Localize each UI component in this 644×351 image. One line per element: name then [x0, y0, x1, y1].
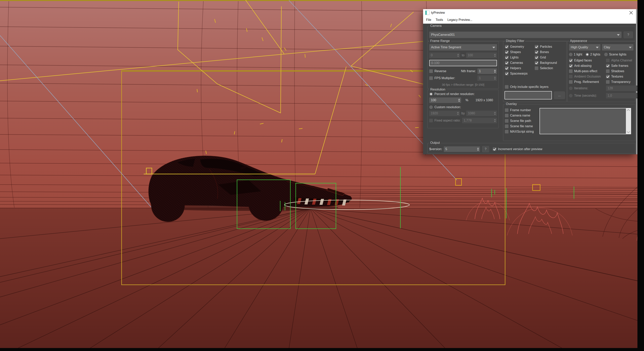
iterations-radio[interactable]: [569, 86, 572, 90]
menu-legacy-preview[interactable]: Legacy Preview...: [445, 18, 474, 22]
frame-number-checkbox[interactable]: [505, 108, 508, 112]
shadows-checkbox[interactable]: [606, 69, 610, 73]
custom-width-value: 1920: [431, 112, 438, 115]
specific-layers-checkbox[interactable]: [505, 85, 508, 89]
nth-frame-spinner[interactable]: 1: [478, 68, 497, 74]
app-icon: [425, 10, 430, 15]
time-seconds-radio[interactable]: [569, 94, 572, 97]
frame-range-input[interactable]: 0-100: [429, 60, 497, 66]
increment-version-checkbox[interactable]: [493, 147, 496, 151]
selection-checkbox[interactable]: [535, 66, 538, 70]
percent-resolution-label: Percent of render resolution:: [434, 92, 475, 96]
quality-value: High Quality: [571, 45, 588, 49]
fixed-aspect-checkbox[interactable]: [429, 119, 433, 122]
percent-resolution-radio[interactable]: [429, 92, 433, 96]
particles-checkbox[interactable]: [535, 45, 538, 48]
one-light-radio[interactable]: [569, 53, 572, 56]
geometry-checkbox[interactable]: [505, 45, 508, 48]
alpha-channel-checkbox[interactable]: [606, 59, 610, 62]
reverse-checkbox[interactable]: [429, 69, 433, 73]
frame-range-preset-select[interactable]: Active Time Segment: [429, 44, 497, 50]
overlay-textarea[interactable]: [540, 108, 631, 134]
camera-select[interactable]: PhysCamera001: [429, 32, 622, 38]
scroll-down-icon[interactable]: [627, 130, 630, 133]
layers-input[interactable]: [504, 91, 552, 99]
dialog-titlebar[interactable]: tyPreview: [423, 9, 636, 16]
version-spinner[interactable]: 5: [444, 146, 480, 152]
ground-plane: [0, 208, 644, 351]
overlay-group-label: Overlay: [505, 102, 518, 106]
appearance-group-label: Appearance: [569, 39, 588, 43]
fixed-aspect-spinner[interactable]: 1,778: [462, 118, 497, 123]
helpers-checkbox[interactable]: [505, 66, 508, 70]
camera-help-label: ?: [628, 33, 629, 36]
iterations-label: Iterations:: [574, 86, 588, 90]
output-group-label: Output: [429, 141, 441, 145]
edged-faces-checkbox[interactable]: [569, 59, 572, 62]
prog-refinement-checkbox[interactable]: [569, 80, 572, 84]
display-filter-group-label: Display Filter: [505, 39, 525, 43]
nth-frame-label: Nth frame:: [461, 69, 476, 73]
menu-tools[interactable]: Tools: [434, 18, 445, 22]
overlay-scrollbar[interactable]: [626, 108, 631, 134]
render-size-readout: 1920 x 1080: [476, 98, 493, 102]
version-help-label: ?: [484, 147, 486, 151]
frame-to-word: to: [462, 53, 464, 57]
safe-frames-checkbox[interactable]: [606, 64, 610, 68]
iterations-spinner[interactable]: 128: [606, 85, 640, 91]
ambient-occlusion-checkbox[interactable]: [569, 75, 572, 78]
textures-checkbox[interactable]: [606, 75, 610, 78]
frame-end-spinner[interactable]: 100: [466, 52, 497, 58]
specific-layers-label: Only include specific layers: [510, 85, 548, 89]
fps-multiplier-spinner[interactable]: 1: [478, 75, 497, 81]
multi-pass-label: Multi-pass effect: [574, 69, 597, 73]
output-group: Output $version: 5 ? Increment version a…: [428, 143, 635, 154]
style-value: Clay: [604, 45, 610, 49]
transparency-checkbox[interactable]: [606, 80, 610, 84]
menu-file[interactable]: File: [424, 18, 434, 22]
geometry-label: Geometry: [510, 45, 524, 48]
multi-pass-checkbox[interactable]: [569, 69, 572, 73]
typreview-dialog: tyPreview File Tools Legacy Preview... C…: [423, 9, 636, 154]
style-select[interactable]: Clay: [602, 44, 634, 50]
camera-name-label: Camera name: [510, 114, 530, 117]
display-filter-group: Display Filter Geometry Particles Shapes…: [503, 41, 567, 102]
fps-multiplier-checkbox[interactable]: [429, 76, 433, 80]
lights-checkbox[interactable]: [505, 56, 508, 59]
percent-spinner[interactable]: 100: [429, 97, 461, 103]
shapes-label: Shapes: [510, 50, 521, 54]
custom-height-spinner[interactable]: 1080: [466, 111, 497, 116]
cameras-checkbox[interactable]: [505, 61, 508, 65]
camera-name-checkbox[interactable]: [505, 114, 508, 117]
time-seconds-label: Time (seconds):: [574, 94, 597, 97]
background-checkbox[interactable]: [535, 61, 538, 65]
frame-range-preset-value: Active Time Segment: [431, 45, 461, 49]
scene-file-path-checkbox[interactable]: [505, 119, 508, 123]
close-icon[interactable]: [628, 10, 634, 16]
fps-multiplier-label: FPS Multiplier:: [434, 76, 455, 80]
maxscript-string-checkbox[interactable]: [505, 130, 508, 133]
custom-width-spinner[interactable]: 1920: [429, 111, 460, 116]
layers-browse-button[interactable]: ...: [554, 91, 566, 99]
shapes-checkbox[interactable]: [505, 50, 508, 54]
scene-lights-radio[interactable]: [604, 53, 608, 56]
camera-group-label: Camera: [429, 24, 442, 28]
time-seconds-spinner[interactable]: 1,0: [606, 93, 640, 98]
bones-checkbox[interactable]: [535, 50, 538, 54]
scroll-up-icon[interactable]: [627, 109, 630, 112]
helpers-label: Helpers: [510, 66, 521, 70]
quality-select[interactable]: High Quality: [569, 44, 600, 50]
frame-number-label: Frame number: [510, 108, 531, 112]
scene-file-name-label: Scene file name: [510, 124, 533, 128]
spacewarps-checkbox[interactable]: [505, 72, 508, 75]
camera-help-button[interactable]: ?: [623, 31, 634, 38]
frame-start-spinner[interactable]: 0: [429, 52, 460, 58]
grid-checkbox[interactable]: [535, 56, 538, 59]
anti-aliasing-checkbox[interactable]: [569, 64, 572, 68]
ambient-occlusion-label: Ambient Occlusion: [574, 75, 600, 78]
two-lights-radio[interactable]: [586, 53, 589, 56]
version-help-button[interactable]: ?: [482, 146, 490, 153]
version-label: $version:: [429, 147, 442, 151]
scene-file-name-checkbox[interactable]: [505, 124, 508, 128]
custom-resolution-radio[interactable]: [429, 105, 433, 109]
